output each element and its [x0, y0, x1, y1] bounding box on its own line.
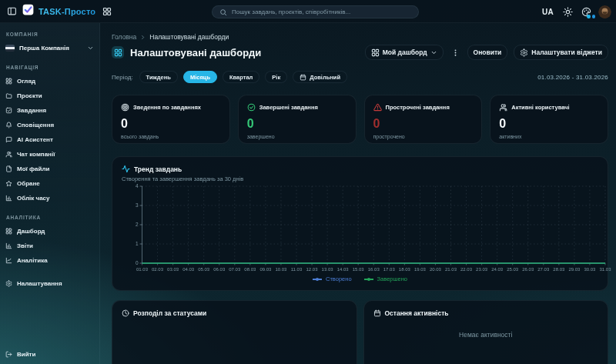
stat-card-completed: Завершені завдання 0 завершено: [238, 95, 357, 144]
svg-text:12.03: 12.03: [306, 267, 319, 272]
sidebar-item-label: Чат компанії: [17, 151, 55, 158]
sidebar-item-dashboard[interactable]: Дашборд: [5, 224, 94, 239]
chart-legend: Створено Завершено: [112, 276, 608, 282]
period-option-month[interactable]: Місяць: [183, 71, 217, 83]
logout-icon: [5, 351, 12, 358]
sidebar-item-overview[interactable]: Огляд: [5, 74, 94, 88]
svg-text:09.03: 09.03: [259, 267, 272, 272]
language-switch[interactable]: UA: [542, 8, 554, 16]
sidebar-item-time-tracking[interactable]: Облік часу: [5, 191, 94, 205]
page-title-icon: [112, 46, 124, 58]
sidebar-item-label: Звіти: [17, 242, 33, 249]
stat-value: 0: [247, 118, 347, 130]
company-name: Перша Компанія: [19, 45, 82, 52]
stat-value: 0: [373, 118, 474, 130]
gear-icon: [520, 48, 528, 57]
star-icon: [5, 180, 12, 187]
panel-header: Остання активність: [373, 309, 599, 317]
sidebar-toggle-button[interactable]: [7, 6, 17, 16]
company-selector[interactable]: Перша Компанія: [5, 41, 94, 55]
sidebar-item-analytics[interactable]: Аналітика: [5, 253, 94, 268]
sidebar-item-notifications[interactable]: Сповіщення: [5, 118, 94, 132]
svg-text:31.03: 31.03: [599, 267, 611, 272]
more-options-button[interactable]: [450, 48, 461, 57]
trend-title: Тренд завдань: [134, 165, 182, 173]
sidebar-item-label: AI Асистент: [17, 136, 53, 143]
sidebar-section-navigation: НАВІГАЦІЯ: [6, 65, 94, 70]
global-search[interactable]: [212, 5, 419, 18]
svg-text:16.03: 16.03: [368, 267, 380, 272]
stat-value: 0: [499, 118, 599, 130]
chevron-down-icon: [430, 49, 437, 56]
brand-title: TASK-Просто: [38, 7, 95, 16]
sidebar: КОМПАНІЯ Перша Компанія НАВІГАЦІЯ Огляд …: [0, 23, 100, 364]
stat-caption: активних: [499, 134, 599, 139]
bell-icon: [5, 122, 12, 129]
period-option-year[interactable]: Рік: [265, 71, 287, 83]
svg-text:23.03: 23.03: [476, 267, 488, 272]
period-option-label: Тиждень: [146, 74, 171, 81]
period-option-label: Рік: [272, 74, 280, 81]
dashboard-select-button[interactable]: Мой дашборд: [365, 45, 444, 60]
legend-item-created: Створено: [313, 276, 352, 282]
svg-text:08.03: 08.03: [244, 267, 256, 272]
sidebar-item-logout[interactable]: Вийти: [5, 347, 95, 362]
palette-button[interactable]: [581, 5, 591, 18]
logo-check-icon: [22, 4, 34, 15]
legend-item-completed: Завершено: [364, 276, 407, 282]
page-header: Налаштовувані дашборди Мой дашборд Онови…: [112, 45, 608, 60]
sun-icon: [563, 7, 573, 17]
legend-label: Завершено: [377, 276, 407, 282]
period-option-custom[interactable]: Довільний: [293, 71, 347, 83]
svg-text:17.03: 17.03: [383, 267, 396, 272]
svg-text:24.03: 24.03: [491, 267, 504, 272]
panel-title: Остання активність: [385, 309, 449, 317]
app-logo[interactable]: [22, 4, 34, 18]
svg-text:25.03: 25.03: [507, 267, 519, 272]
svg-text:07.03: 07.03: [229, 267, 241, 272]
sidebar-item-tasks[interactable]: Завдання: [5, 103, 94, 118]
alert-triangle-icon: [373, 103, 382, 112]
sidebar-item-favorites[interactable]: Обране: [5, 176, 94, 191]
file-icon: [5, 165, 12, 172]
breadcrumb-home[interactable]: Головна: [112, 33, 136, 41]
svg-text:19.03: 19.03: [414, 267, 427, 272]
pie-chart-icon: [122, 309, 129, 317]
stat-title: Прострочені завдання: [386, 104, 450, 111]
sidebar-item-label: Аналітика: [17, 257, 48, 264]
sidebar-item-settings[interactable]: Налаштування: [5, 276, 94, 291]
search-input[interactable]: [232, 8, 411, 15]
period-option-quarter[interactable]: Квартал: [223, 71, 259, 83]
svg-text:02.03: 02.03: [152, 267, 164, 272]
sidebar-item-my-files[interactable]: Мої файли: [5, 162, 94, 176]
stats-row: Зведення по завданнях 0 всього завдань З…: [112, 95, 608, 144]
configure-widgets-label: Налаштувати віджети: [531, 48, 602, 56]
apps-grid-button[interactable]: [102, 7, 112, 16]
period-option-week[interactable]: Тиждень: [139, 71, 178, 83]
chevron-down-icon: [87, 45, 94, 52]
refresh-button[interactable]: Оновити: [467, 45, 508, 60]
stat-card-overdue: Прострочені завдання 0 прострочено: [364, 95, 483, 144]
empty-activity-text: Немає активності: [373, 331, 599, 339]
svg-text:2: 2: [136, 222, 139, 227]
sidebar-item-label: Вийти: [17, 351, 35, 358]
sidebar-item-projects[interactable]: Проєкти: [5, 88, 94, 103]
stat-title: Завершені завдання: [259, 104, 318, 111]
user-avatar[interactable]: [598, 5, 611, 18]
configure-widgets-button[interactable]: Налаштувати віджети: [514, 45, 608, 60]
svg-text:13.03: 13.03: [322, 267, 334, 272]
folder-icon: [5, 92, 12, 99]
bottom-panels: Розподіл за статусами Остання активність…: [112, 300, 608, 364]
svg-text:4: 4: [136, 183, 139, 189]
theme-toggle-button[interactable]: [563, 7, 573, 17]
sidebar-item-label: Завдання: [17, 107, 46, 114]
period-option-label: Квартал: [229, 74, 253, 81]
gear-icon: [5, 280, 12, 287]
breadcrumb-current: Налаштовувані дашборди: [149, 33, 229, 41]
sidebar-item-ai-assistant[interactable]: AI Асистент: [5, 132, 94, 147]
recent-activity-card: Остання активність Немає активності: [363, 300, 609, 364]
stat-caption: всього завдань: [121, 134, 221, 139]
sidebar-item-company-chat[interactable]: Чат компанії: [5, 147, 94, 162]
period-option-label: Довільний: [310, 74, 340, 81]
sidebar-item-reports[interactable]: Звіти: [5, 239, 94, 253]
